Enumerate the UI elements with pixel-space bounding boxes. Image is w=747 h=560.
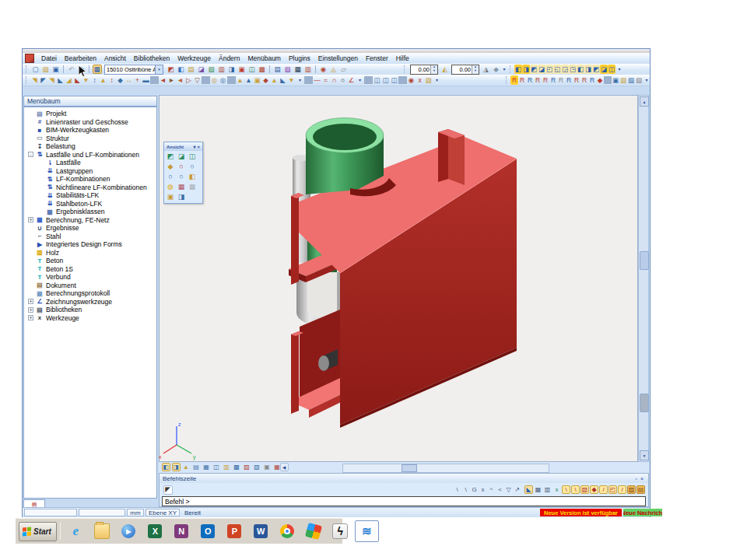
scroll-down-icon[interactable]: ▼ xyxy=(640,450,649,460)
view-plane-icon[interactable]: ◰ xyxy=(545,65,553,74)
toolbar-icon[interactable]: ↕ xyxy=(107,75,116,85)
tree-item[interactable]: - ⇅ Lastfälle und LF-Kombinationen xyxy=(24,151,156,159)
tree-expander-icon[interactable] xyxy=(27,127,34,134)
view-tool-icon[interactable]: ◪ xyxy=(176,152,187,162)
view-tab-icon[interactable]: ▦ xyxy=(202,463,211,471)
view-tab-icon[interactable]: ▲ xyxy=(182,463,191,471)
toolbar-icon[interactable] xyxy=(89,65,89,73)
tree-item[interactable]: + x Werkzeuge xyxy=(24,314,156,323)
chevron-down-icon[interactable]: ▾ xyxy=(155,65,163,74)
view-tab-icon[interactable]: ▥ xyxy=(223,463,231,471)
tree-expander-icon[interactable] xyxy=(27,274,34,281)
toolbar-icon[interactable]: ► xyxy=(167,75,176,85)
view-tab-icon[interactable]: ▤ xyxy=(192,463,201,471)
toolbar-icon[interactable]: ◫ xyxy=(373,75,381,85)
scroll-up-icon[interactable]: ▲ xyxy=(640,96,649,107)
view-tool-icon[interactable]: ○ xyxy=(176,172,187,182)
snap-toggle-icon[interactable]: / xyxy=(599,485,608,494)
toolbar-grip[interactable] xyxy=(26,65,29,73)
toolbar-icon[interactable] xyxy=(202,76,210,84)
tree-expander-icon[interactable] xyxy=(27,143,34,150)
model-selector-combobox[interactable]: 15010 Osttribüne An ▾ xyxy=(104,65,163,75)
tree-expander-icon[interactable] xyxy=(27,257,34,264)
spinner-arrows-icon[interactable]: ▲▼ xyxy=(430,65,437,74)
toolbar-icon[interactable]: ▷ xyxy=(184,75,193,85)
toolbar-icon[interactable]: ▾ xyxy=(433,75,441,85)
toolbar-icon[interactable]: ▬ xyxy=(142,75,150,85)
tree-item[interactable]: + ▤ Bibliotheken xyxy=(24,306,156,314)
coordinate-spinner-x[interactable]: 0.00 ▲▼ xyxy=(410,65,438,75)
tree-expander-icon[interactable] xyxy=(27,249,34,256)
tree-expander-icon[interactable]: + xyxy=(28,217,33,222)
start-button[interactable]: Start xyxy=(19,522,57,541)
toolbar-grip[interactable] xyxy=(506,76,509,84)
toolbar-icon[interactable]: ▾ xyxy=(356,75,364,85)
snap-toggle-icon[interactable]: ▦ xyxy=(534,485,542,494)
toolbar-icon[interactable]: ▩ xyxy=(258,65,267,74)
view-tool-icon[interactable]: ▦ xyxy=(176,182,187,192)
tree-item[interactable]: # Linienraster und Geschosse xyxy=(24,118,156,127)
view-plane-icon[interactable]: ◨ xyxy=(522,65,530,74)
coordinate-spinner-y[interactable]: 0.00 ▲▼ xyxy=(451,65,479,75)
view-tool-icon[interactable]: ◨ xyxy=(176,192,187,202)
toolbar-icon[interactable] xyxy=(315,65,316,73)
tree-expander-icon[interactable] xyxy=(37,167,44,174)
toolbar-icon[interactable]: ◨ xyxy=(227,65,237,74)
view-tool-icon[interactable]: ○ xyxy=(165,172,176,182)
toolbar-icon[interactable]: ▦ xyxy=(93,65,102,74)
tree-item[interactable]: + ▦ Berechnung, FE-Netz xyxy=(24,216,156,225)
draw-mode-icon[interactable]: \ xyxy=(453,485,461,494)
toolbar-icon[interactable]: ▢ xyxy=(31,65,40,74)
toolbar-icon[interactable]: ◎ xyxy=(210,75,219,85)
taskbar-app[interactable]: ≋ xyxy=(355,520,379,542)
taskbar-app[interactable] xyxy=(302,520,326,542)
toolbar-icon[interactable]: ◭ xyxy=(440,65,450,74)
toolbar-icon[interactable]: ↶ xyxy=(67,65,76,74)
palette-header[interactable]: Ansicht ▾ × xyxy=(164,142,202,151)
view-tab-icon[interactable]: ◫ xyxy=(212,463,221,471)
toolbar-icon[interactable]: ◪ xyxy=(197,65,206,74)
vscroll-extra-thumb[interactable] xyxy=(640,394,649,412)
result-toolbar-icon[interactable]: R xyxy=(573,75,580,85)
taskbar-app[interactable]: W xyxy=(249,520,273,542)
view-plane-icon[interactable]: ◨ xyxy=(584,65,592,74)
view-plane-icon[interactable]: ◧ xyxy=(514,65,522,74)
result-toolbar-icon[interactable] xyxy=(604,76,612,84)
tree-item[interactable]: T Beton xyxy=(24,257,156,265)
view-plane-icon[interactable]: ◩ xyxy=(530,65,538,74)
tree-expander-icon[interactable] xyxy=(37,192,44,199)
taskbar-app[interactable]: N xyxy=(170,520,194,542)
toolbar-icon[interactable]: ○ xyxy=(338,75,347,85)
draw-mode-icon[interactable]: G xyxy=(470,485,479,494)
menu-item[interactable]: Bibliotheken xyxy=(130,54,174,62)
result-toolbar-icon[interactable]: R xyxy=(565,75,573,85)
tree-item[interactable]: ▥ Holz xyxy=(24,249,156,257)
toolbar-icon[interactable] xyxy=(398,76,407,84)
tree-item[interactable]: ⇊ Stabilitäts-LFK xyxy=(24,191,156,200)
toolbar-icon[interactable]: ◎ xyxy=(219,75,227,85)
toolbar-icon[interactable]: ▧ xyxy=(283,65,293,74)
view-plane-icon[interactable]: ◫ xyxy=(608,65,615,74)
hscroll-thumb[interactable] xyxy=(402,464,417,472)
menu-item[interactable]: Einstellungen xyxy=(314,54,362,62)
toolbar-icon[interactable]: ▣ xyxy=(253,75,261,85)
toolbar-icon[interactable]: ◆ xyxy=(261,75,270,85)
tree-item[interactable]: ∪ Ergebnisse xyxy=(24,224,156,233)
toolbar-icon[interactable]: ◬ xyxy=(329,65,338,74)
viewport-hscrollbar[interactable] xyxy=(342,464,549,473)
view-tool-icon[interactable]: ○ xyxy=(187,162,198,172)
result-toolbar-icon[interactable]: ▨ xyxy=(619,75,627,85)
tree-item[interactable]: ▶ Integriertes Design Forms xyxy=(24,240,156,249)
toolbar-icon[interactable] xyxy=(150,76,159,84)
draw-mode-icon[interactable]: \ xyxy=(461,485,470,494)
toolbar-icon[interactable]: ◢ xyxy=(65,75,73,85)
view-tool-icon[interactable]: ▦ xyxy=(187,182,198,192)
toolbar-icon[interactable]: ◮ xyxy=(482,65,491,74)
menu-item[interactable]: Bearbeiten xyxy=(61,54,100,62)
tree-item[interactable]: ⇅ Nichtlineare LF-Kombinationen xyxy=(24,184,156,192)
view-plane-icon[interactable]: ◪ xyxy=(538,65,545,74)
taskbar-app[interactable]: ▶ xyxy=(117,520,141,542)
snap-toggle-icon[interactable]: ▤ xyxy=(637,485,645,494)
toolbar-overflow-icon[interactable]: ▾ xyxy=(502,65,507,74)
tree-item[interactable]: ↧ Belastung xyxy=(24,142,156,151)
